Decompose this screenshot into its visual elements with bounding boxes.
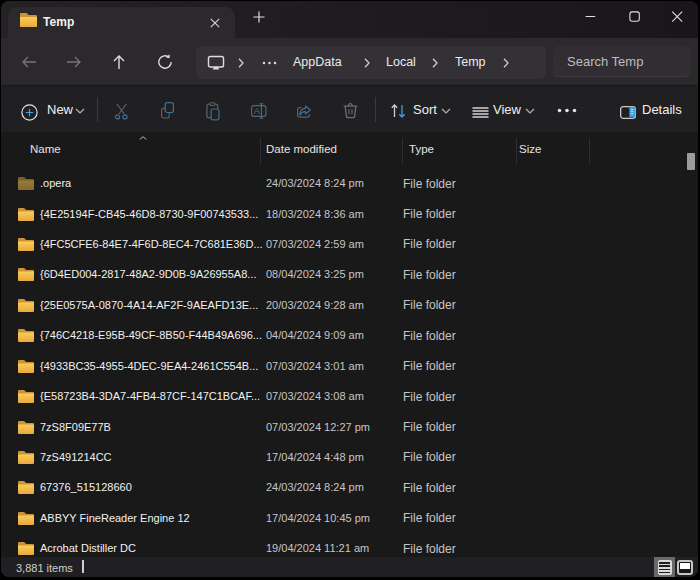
- svg-text:A: A: [254, 106, 260, 116]
